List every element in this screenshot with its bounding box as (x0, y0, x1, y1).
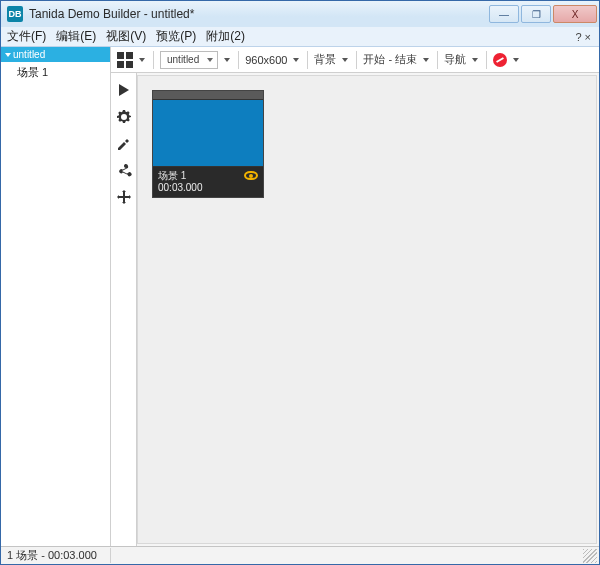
sidebar: untitled 场景 1 (1, 47, 111, 546)
scene-footer: 场景 1 00:03.000 (153, 167, 263, 197)
maximize-button[interactable]: ❐ (521, 5, 551, 23)
close-button[interactable]: X (553, 5, 597, 23)
app-icon: DB (7, 6, 23, 22)
menu-extra[interactable]: 附加(2) (206, 28, 245, 45)
scene-name: 场景 1 (158, 170, 203, 182)
brush-icon (116, 136, 132, 152)
project-dropdown[interactable] (222, 55, 232, 65)
play-button[interactable] (115, 81, 133, 99)
background-dropdown[interactable] (340, 55, 350, 65)
settings-button[interactable] (115, 108, 133, 126)
play-icon (119, 84, 129, 96)
share-icon (116, 163, 132, 179)
scene-card[interactable]: 场景 1 00:03.000 (152, 90, 264, 198)
resolution-dropdown[interactable] (291, 55, 301, 65)
scene-thumbnail[interactable] (153, 99, 263, 167)
tree-scene-item[interactable]: 场景 1 (1, 62, 110, 83)
expand-icon (5, 53, 11, 57)
scene-header (153, 91, 263, 99)
move-button[interactable] (115, 189, 133, 207)
menu-preview[interactable]: 预览(P) (156, 28, 196, 45)
workarea: 场景 1 00:03.000 (111, 73, 599, 546)
menu-edit[interactable]: 编辑(E) (56, 28, 96, 45)
resize-grip[interactable] (583, 549, 597, 563)
startend-label[interactable]: 开始 - 结束 (363, 52, 417, 67)
scene-time: 00:03.000 (158, 182, 203, 194)
startend-dropdown[interactable] (421, 55, 431, 65)
titlebar[interactable]: DB Tanida Demo Builder - untitled* — ❐ X (1, 1, 599, 27)
menubar: 文件(F) 编辑(E) 视图(V) 预览(P) 附加(2) ? × (1, 27, 599, 47)
menu-view[interactable]: 视图(V) (106, 28, 146, 45)
tool-strip (111, 73, 137, 546)
visibility-icon[interactable] (244, 171, 258, 180)
main-area: untitled 960x600 背景 开始 - 结束 导航 (111, 47, 599, 546)
statusbar: 1 场景 - 00:03.000 (1, 546, 599, 564)
move-icon (116, 190, 132, 206)
menu-file[interactable]: 文件(F) (7, 28, 46, 45)
project-combo[interactable]: untitled (160, 51, 218, 69)
tree-root-item[interactable]: untitled (1, 47, 110, 62)
cancel-icon[interactable] (493, 53, 507, 67)
gear-icon (116, 109, 132, 125)
cancel-dropdown[interactable] (511, 55, 521, 65)
menu-help[interactable]: ? × (575, 31, 591, 43)
background-label[interactable]: 背景 (314, 52, 336, 67)
navigation-dropdown[interactable] (470, 55, 480, 65)
toolbar: untitled 960x600 背景 开始 - 结束 导航 (111, 47, 599, 73)
tree-root-label: untitled (13, 49, 45, 60)
status-left: 1 场景 - 00:03.000 (1, 548, 111, 563)
window-controls: — ❐ X (489, 5, 597, 23)
window-title: Tanida Demo Builder - untitled* (29, 7, 194, 21)
content-area: untitled 场景 1 untitled 960x600 背景 开始 - 结… (1, 47, 599, 546)
view-dropdown[interactable] (137, 55, 147, 65)
minimize-button[interactable]: — (489, 5, 519, 23)
navigation-label[interactable]: 导航 (444, 52, 466, 67)
canvas[interactable]: 场景 1 00:03.000 (137, 75, 597, 544)
app-window: DB Tanida Demo Builder - untitled* — ❐ X… (0, 0, 600, 565)
view-grid-icon[interactable] (117, 52, 133, 68)
share-button[interactable] (115, 162, 133, 180)
resolution-label[interactable]: 960x600 (245, 54, 287, 66)
brush-button[interactable] (115, 135, 133, 153)
